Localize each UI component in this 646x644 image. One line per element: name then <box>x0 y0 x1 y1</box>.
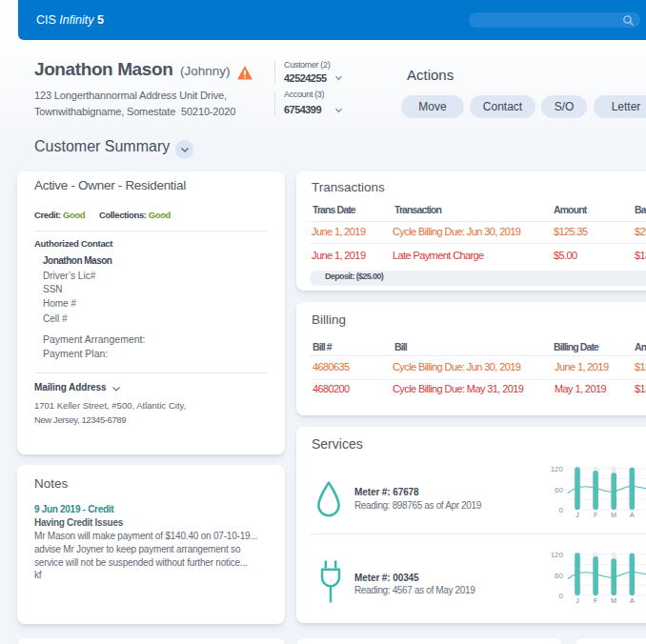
svg-text:J: J <box>575 597 579 604</box>
svg-text:F: F <box>594 512 597 518</box>
svg-text:A: A <box>630 512 635 518</box>
svg-text:0: 0 <box>559 592 564 600</box>
svg-text:60: 60 <box>555 486 563 494</box>
svg-text:0: 0 <box>559 506 564 514</box>
svg-text:A: A <box>630 597 635 604</box>
svg-text:J: J <box>575 512 579 518</box>
svg-text:60: 60 <box>555 572 563 580</box>
svg-text:120: 120 <box>551 465 564 473</box>
svg-text:M: M <box>611 512 616 518</box>
svg-text:120: 120 <box>551 551 564 559</box>
svg-text:F: F <box>594 597 597 604</box>
svg-text:M: M <box>611 597 616 604</box>
